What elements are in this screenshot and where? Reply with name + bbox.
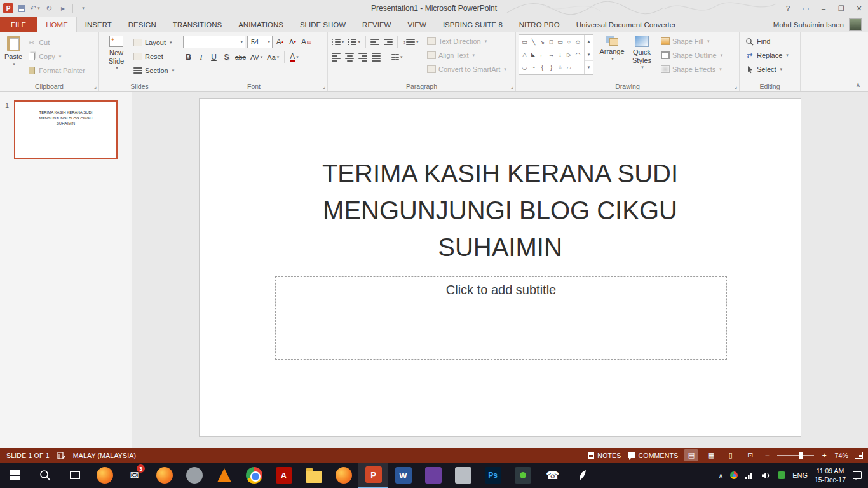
text-shadow-button[interactable]: S	[221, 51, 232, 64]
shape-icon[interactable]: □	[547, 38, 555, 46]
taskbar-file-explorer-button[interactable]	[299, 463, 329, 488]
bold-button[interactable]: B	[183, 51, 194, 64]
format-painter-button[interactable]: Format Painter	[24, 64, 88, 78]
tray-app-icon[interactable]	[778, 471, 785, 479]
shapes-scroll-up-button[interactable]: ▴	[585, 35, 593, 48]
shapes-scroll-down-button[interactable]: ▾	[585, 48, 593, 62]
layout-button[interactable]: Layout ▾	[131, 36, 177, 50]
tab-nitro-pro[interactable]: NITRO PRO	[511, 17, 568, 32]
shape-icon[interactable]: ▷	[565, 51, 573, 59]
font-size-combobox[interactable]: 54 ▾	[247, 36, 273, 48]
minimize-button[interactable]: –	[815, 1, 832, 16]
slide-thumbnail[interactable]: TERIMA KASIH KERANA SUDI MENGUNJUNGI BLO…	[14, 100, 118, 159]
taskbar-search-button[interactable]	[30, 463, 60, 488]
zoom-level[interactable]: 74%	[834, 452, 848, 459]
shape-icon[interactable]: ▭	[556, 38, 564, 46]
shape-icon[interactable]: }	[547, 64, 555, 72]
start-from-beginning-button[interactable]: ▸	[57, 2, 69, 15]
volume-icon[interactable]	[761, 471, 771, 480]
zoom-out-button[interactable]: −	[763, 451, 771, 460]
zoom-in-button[interactable]: +	[820, 451, 828, 460]
shape-icon[interactable]: ╲	[529, 38, 538, 46]
redo-button[interactable]: ↻	[43, 2, 55, 15]
taskbar-firefox-button[interactable]	[90, 463, 119, 488]
taskbar-feather-app-button[interactable]	[567, 463, 597, 488]
justify-button[interactable]	[370, 51, 382, 64]
arrange-button[interactable]: Arrange ▾	[596, 34, 628, 63]
font-dialog-launcher[interactable]: ⌟	[323, 84, 325, 90]
replace-button[interactable]: ⇄ Replace ▾	[742, 48, 791, 62]
select-button[interactable]: Select ▾	[742, 62, 791, 76]
line-spacing-button[interactable]: ↕▾	[402, 36, 419, 48]
increase-indent-button[interactable]	[383, 36, 393, 48]
shape-icon[interactable]: ◡	[520, 64, 529, 72]
shape-icon[interactable]: ↘	[538, 38, 546, 46]
align-right-button[interactable]	[357, 51, 369, 64]
taskbar-phone-app-button[interactable]: ☎	[538, 463, 567, 488]
save-button[interactable]	[15, 2, 27, 15]
font-name-combobox[interactable]: ▾	[183, 36, 245, 48]
align-center-button[interactable]	[344, 51, 355, 64]
slide-subtitle-placeholder[interactable]: Click to add subtitle	[275, 276, 727, 360]
normal-view-button[interactable]: ▤	[684, 449, 698, 461]
task-view-button[interactable]	[60, 463, 90, 488]
new-slide-button[interactable]: ✦ New Slide ▾	[102, 34, 131, 72]
decrease-indent-button[interactable]	[370, 36, 381, 48]
zoom-slider[interactable]	[777, 455, 814, 456]
shrink-font-button[interactable]: A▾	[287, 36, 298, 48]
shape-icon[interactable]: ☆	[556, 64, 564, 72]
shape-icon[interactable]: ◣	[529, 51, 538, 59]
clipboard-dialog-launcher[interactable]: ⌟	[94, 84, 97, 90]
tray-chrome-icon[interactable]	[730, 471, 738, 479]
change-case-button[interactable]: Aa▾	[266, 51, 280, 64]
tab-view[interactable]: VIEW	[399, 17, 434, 32]
slide-sorter-view-button[interactable]: ▦	[704, 449, 717, 461]
reading-view-button[interactable]: ▯	[724, 449, 737, 461]
slide-indicator[interactable]: SLIDE 1 OF 1	[6, 452, 50, 459]
drawing-dialog-launcher[interactable]: ⌟	[735, 84, 737, 90]
tab-design[interactable]: DESIGN	[120, 17, 165, 32]
copy-button[interactable]: Copy ▾	[24, 50, 88, 64]
numbering-button[interactable]: ▾	[347, 36, 362, 48]
taskbar-app-button-gray[interactable]	[179, 463, 209, 488]
taskbar-word-button[interactable]: W	[388, 463, 418, 488]
tab-insert[interactable]: INSERT	[77, 17, 120, 32]
convert-to-smartart-button[interactable]: Convert to SmartArt ▾	[424, 62, 509, 76]
customize-qat-button[interactable]: ▾	[76, 2, 89, 15]
taskbar-browser-button-3[interactable]	[329, 463, 358, 488]
font-color-button[interactable]: A▾	[288, 51, 300, 64]
network-icon[interactable]	[745, 471, 754, 479]
undo-button[interactable]: ↶▾	[29, 2, 41, 15]
paste-button[interactable]: Paste ▾	[3, 34, 24, 68]
tab-home[interactable]: HOME	[37, 17, 77, 32]
help-button[interactable]: ?	[779, 1, 797, 16]
notes-button[interactable]: NOTES	[588, 452, 621, 459]
slide-thumbnail-entry[interactable]: 1 TERIMA KASIH KERANA SUDI MENGUNJUNGI B…	[0, 100, 132, 159]
align-text-button[interactable]: Align Text ▾	[424, 48, 509, 62]
account-area[interactable]: Mohd Suhaimin Isnen	[773, 17, 862, 32]
shape-icon[interactable]: ◠	[574, 51, 582, 59]
cut-button[interactable]: ✂ Cut	[24, 36, 88, 50]
taskbar-mail-button[interactable]: ✉ 3	[119, 463, 149, 488]
zoom-slider-handle[interactable]	[799, 452, 803, 459]
shape-icon[interactable]: ↓	[556, 51, 564, 59]
shape-icon[interactable]: ○	[565, 38, 573, 46]
restore-button[interactable]: ❐	[832, 1, 850, 16]
start-button[interactable]	[0, 463, 30, 488]
tab-universal-document-converter[interactable]: Universal Document Converter	[568, 17, 684, 32]
proofing-status[interactable]	[57, 452, 65, 459]
collapse-ribbon-button[interactable]: ∧	[856, 81, 860, 88]
shape-icon[interactable]: →	[547, 51, 555, 59]
align-left-button[interactable]	[330, 51, 342, 64]
taskbar-app-button-box[interactable]	[448, 463, 478, 488]
shape-icon[interactable]: ⌐	[538, 51, 546, 59]
tab-ispring-suite[interactable]: ISPRING SUITE 8	[435, 17, 511, 32]
shape-icon[interactable]: {	[538, 64, 546, 72]
shapes-more-button[interactable]: ▾	[585, 61, 593, 74]
reset-button[interactable]: Reset	[131, 50, 177, 64]
taskbar-app-button-purple[interactable]	[418, 463, 448, 488]
find-button[interactable]: Find	[742, 34, 791, 48]
language-status[interactable]: MALAY (MALAYSIA)	[73, 452, 136, 459]
tab-slide-show[interactable]: SLIDE SHOW	[292, 17, 354, 32]
ribbon-display-options-button[interactable]: ▭	[797, 1, 815, 16]
